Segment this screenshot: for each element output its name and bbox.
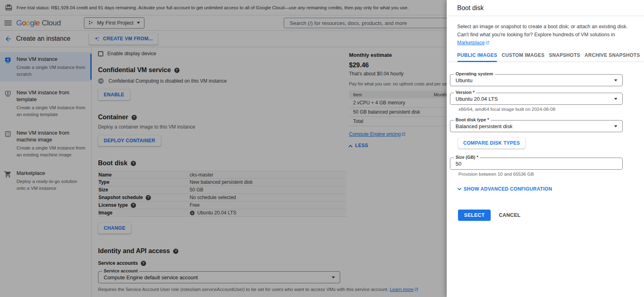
size-helper: Provision between 10 and 65536 GB <box>458 172 644 177</box>
version-select[interactable]: Version * Ubuntu 20.04 LTS <box>450 93 623 105</box>
tab-snapshots[interactable]: SNAPSHOTS <box>549 52 580 62</box>
panel-title: Boot disk <box>447 0 644 16</box>
boot-disk-type-label: Boot disk type * <box>454 118 491 122</box>
tab-public-images[interactable]: PUBLIC IMAGES <box>457 52 497 62</box>
panel-tabs: PUBLIC IMAGES CUSTOM IMAGES SNAPSHOTS AR… <box>447 52 644 62</box>
divider <box>447 16 644 16</box>
tab-custom-images[interactable]: CUSTOM IMAGES <box>502 52 544 62</box>
boot-disk-type-value: Balanced persistent disk <box>456 123 512 129</box>
boot-disk-type-select[interactable]: Boot disk type * Balanced persistent dis… <box>450 120 623 132</box>
compare-disk-types-button[interactable]: COMPARE DISK TYPES <box>458 137 525 149</box>
size-input[interactable] <box>450 158 622 169</box>
size-label: Size (GB) * <box>454 155 480 160</box>
chevron-down-icon <box>458 186 462 190</box>
version-label: Version * <box>454 90 476 95</box>
chevron-down-icon <box>614 98 617 100</box>
select-button[interactable]: SELECT <box>458 210 491 221</box>
boot-disk-panel: Boot disk Select an image or snapshot to… <box>447 0 644 297</box>
marketplace-link[interactable]: Marketplace <box>457 40 485 46</box>
cancel-button[interactable]: CANCEL <box>499 212 521 218</box>
version-value: Ubuntu 20.04 LTS <box>456 96 498 102</box>
version-helper: x86/64, amd64 focal image built on 2024-… <box>458 107 644 112</box>
panel-actions: SELECT CANCEL <box>458 210 644 221</box>
operating-system-label: Operating system <box>454 72 495 76</box>
size-field: Size (GB) * <box>450 158 623 170</box>
operating-system-value: Ubuntu <box>456 77 473 83</box>
panel-description: Select an image or snapshot to create a … <box>457 23 640 47</box>
show-advanced-configuration[interactable]: SHOW ADVANCED CONFIGURATION <box>457 186 644 192</box>
chevron-down-icon <box>614 79 617 81</box>
external-link-icon <box>485 39 489 47</box>
tab-archive-snapshots[interactable]: ARCHIVE SNAPSHOTS <box>585 52 640 62</box>
gcp-console: Free trial status: R$1,928.04 credit and… <box>0 0 644 297</box>
operating-system-select[interactable]: Operating system Ubuntu <box>450 74 623 86</box>
chevron-down-icon <box>614 125 617 127</box>
